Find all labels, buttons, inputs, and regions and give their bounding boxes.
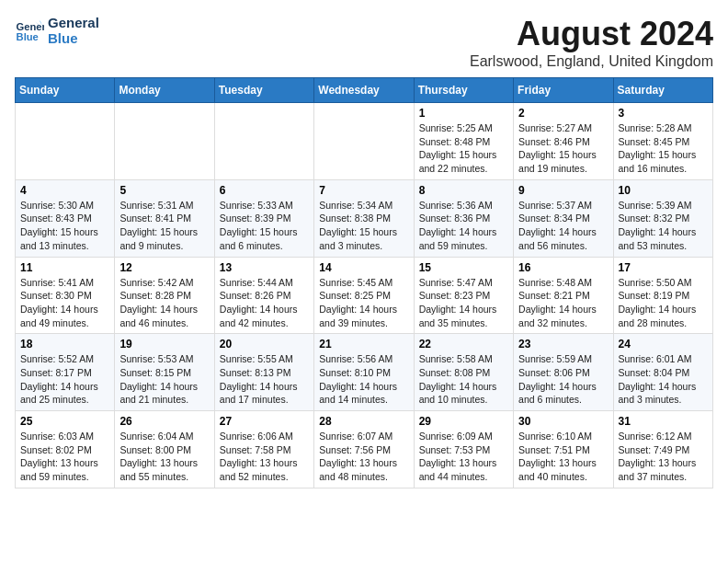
col-monday: Monday — [115, 78, 214, 103]
calendar-cell: 24Sunrise: 6:01 AM Sunset: 8:04 PM Dayli… — [613, 334, 712, 411]
calendar-cell: 19Sunrise: 5:53 AM Sunset: 8:15 PM Dayli… — [115, 334, 214, 411]
calendar-cell: 1Sunrise: 5:25 AM Sunset: 8:48 PM Daylig… — [414, 103, 513, 180]
day-number: 3 — [619, 107, 708, 120]
col-tuesday: Tuesday — [214, 78, 313, 103]
calendar-cell: 10Sunrise: 5:39 AM Sunset: 8:32 PM Dayli… — [613, 179, 712, 257]
calendar-cell: 2Sunrise: 5:27 AM Sunset: 8:46 PM Daylig… — [514, 103, 613, 180]
day-number: 22 — [419, 338, 508, 350]
calendar-week-2: 4Sunrise: 5:30 AM Sunset: 8:43 PM Daylig… — [16, 179, 713, 257]
day-info: Sunrise: 6:03 AM Sunset: 8:02 PM Dayligh… — [20, 430, 109, 484]
col-friday: Friday — [514, 78, 613, 103]
calendar-cell: 4Sunrise: 5:30 AM Sunset: 8:43 PM Daylig… — [16, 179, 115, 257]
day-number: 19 — [119, 338, 209, 350]
calendar-cell: 13Sunrise: 5:44 AM Sunset: 8:26 PM Dayli… — [214, 257, 313, 334]
day-info: Sunrise: 5:41 AM Sunset: 8:30 PM Dayligh… — [20, 276, 109, 330]
day-info: Sunrise: 5:42 AM Sunset: 8:28 PM Dayligh… — [119, 276, 209, 330]
day-number: 12 — [119, 261, 209, 274]
day-number: 14 — [319, 261, 408, 274]
calendar-cell: 3Sunrise: 5:28 AM Sunset: 8:45 PM Daylig… — [613, 103, 712, 180]
col-wednesday: Wednesday — [314, 78, 414, 103]
day-number: 2 — [518, 107, 608, 120]
calendar-week-1: 1Sunrise: 5:25 AM Sunset: 8:48 PM Daylig… — [16, 103, 713, 180]
calendar-cell — [16, 103, 115, 180]
calendar-cell — [214, 103, 313, 180]
day-number: 5 — [119, 184, 209, 197]
day-number: 8 — [419, 184, 508, 197]
day-info: Sunrise: 5:33 AM Sunset: 8:39 PM Dayligh… — [220, 199, 309, 253]
day-number: 25 — [20, 415, 109, 428]
day-info: Sunrise: 6:07 AM Sunset: 7:56 PM Dayligh… — [319, 430, 408, 484]
main-title: August 2024 — [470, 15, 713, 53]
calendar-cell: 6Sunrise: 5:33 AM Sunset: 8:39 PM Daylig… — [214, 179, 313, 257]
calendar-cell: 26Sunrise: 6:04 AM Sunset: 8:00 PM Dayli… — [115, 411, 214, 488]
title-section: August 2024 Earlswood, England, United K… — [470, 15, 713, 70]
day-info: Sunrise: 6:09 AM Sunset: 7:53 PM Dayligh… — [419, 430, 508, 484]
calendar-cell: 12Sunrise: 5:42 AM Sunset: 8:28 PM Dayli… — [115, 257, 214, 334]
col-thursday: Thursday — [414, 78, 513, 103]
logo-icon: General Blue — [15, 16, 44, 45]
calendar-cell: 22Sunrise: 5:58 AM Sunset: 8:08 PM Dayli… — [414, 334, 513, 411]
day-info: Sunrise: 5:45 AM Sunset: 8:25 PM Dayligh… — [319, 276, 408, 330]
day-number: 4 — [20, 184, 109, 197]
day-number: 16 — [518, 261, 608, 274]
day-info: Sunrise: 5:30 AM Sunset: 8:43 PM Dayligh… — [20, 199, 109, 253]
calendar-cell: 30Sunrise: 6:10 AM Sunset: 7:51 PM Dayli… — [514, 411, 613, 488]
day-number: 27 — [220, 415, 309, 428]
calendar-cell: 25Sunrise: 6:03 AM Sunset: 8:02 PM Dayli… — [16, 411, 115, 488]
calendar-cell — [314, 103, 414, 180]
day-number: 30 — [518, 415, 608, 428]
day-info: Sunrise: 5:37 AM Sunset: 8:34 PM Dayligh… — [518, 199, 608, 253]
day-number: 29 — [419, 415, 508, 428]
day-info: Sunrise: 5:56 AM Sunset: 8:10 PM Dayligh… — [319, 352, 408, 407]
day-number: 26 — [119, 415, 209, 428]
day-info: Sunrise: 5:53 AM Sunset: 8:15 PM Dayligh… — [119, 352, 209, 407]
day-info: Sunrise: 5:28 AM Sunset: 8:45 PM Dayligh… — [619, 121, 708, 176]
logo: General Blue General Blue — [15, 15, 99, 46]
day-info: Sunrise: 5:27 AM Sunset: 8:46 PM Dayligh… — [518, 121, 608, 176]
day-info: Sunrise: 5:31 AM Sunset: 8:41 PM Dayligh… — [119, 199, 209, 253]
day-number: 9 — [518, 184, 608, 197]
day-number: 23 — [518, 338, 608, 350]
day-info: Sunrise: 5:39 AM Sunset: 8:32 PM Dayligh… — [619, 199, 708, 253]
calendar-cell: 21Sunrise: 5:56 AM Sunset: 8:10 PM Dayli… — [314, 334, 414, 411]
calendar-header-row: Sunday Monday Tuesday Wednesday Thursday… — [16, 78, 713, 103]
calendar-cell: 16Sunrise: 5:48 AM Sunset: 8:21 PM Dayli… — [514, 257, 613, 334]
calendar-week-4: 18Sunrise: 5:52 AM Sunset: 8:17 PM Dayli… — [16, 334, 713, 411]
calendar-cell: 31Sunrise: 6:12 AM Sunset: 7:49 PM Dayli… — [613, 411, 712, 488]
calendar-cell: 11Sunrise: 5:41 AM Sunset: 8:30 PM Dayli… — [16, 257, 115, 334]
day-info: Sunrise: 5:34 AM Sunset: 8:38 PM Dayligh… — [319, 199, 408, 253]
day-number: 6 — [220, 184, 309, 197]
day-number: 13 — [220, 261, 309, 274]
calendar-cell: 29Sunrise: 6:09 AM Sunset: 7:53 PM Dayli… — [414, 411, 513, 488]
day-number: 28 — [319, 415, 408, 428]
day-info: Sunrise: 5:50 AM Sunset: 8:19 PM Dayligh… — [619, 276, 708, 330]
day-number: 18 — [20, 338, 109, 350]
day-info: Sunrise: 6:01 AM Sunset: 8:04 PM Dayligh… — [619, 352, 708, 407]
logo-line2: Blue — [48, 30, 99, 46]
day-info: Sunrise: 6:10 AM Sunset: 7:51 PM Dayligh… — [518, 430, 608, 484]
col-saturday: Saturday — [613, 78, 712, 103]
calendar-cell: 5Sunrise: 5:31 AM Sunset: 8:41 PM Daylig… — [115, 179, 214, 257]
day-info: Sunrise: 5:47 AM Sunset: 8:23 PM Dayligh… — [419, 276, 508, 330]
svg-text:Blue: Blue — [17, 31, 39, 42]
day-info: Sunrise: 6:04 AM Sunset: 8:00 PM Dayligh… — [119, 430, 209, 484]
day-number: 11 — [20, 261, 109, 274]
day-info: Sunrise: 5:36 AM Sunset: 8:36 PM Dayligh… — [419, 199, 508, 253]
day-number: 15 — [419, 261, 508, 274]
day-number: 20 — [220, 338, 309, 350]
calendar-cell: 28Sunrise: 6:07 AM Sunset: 7:56 PM Dayli… — [314, 411, 414, 488]
calendar-cell: 7Sunrise: 5:34 AM Sunset: 8:38 PM Daylig… — [314, 179, 414, 257]
calendar-week-3: 11Sunrise: 5:41 AM Sunset: 8:30 PM Dayli… — [16, 257, 713, 334]
calendar-cell: 8Sunrise: 5:36 AM Sunset: 8:36 PM Daylig… — [414, 179, 513, 257]
day-info: Sunrise: 5:52 AM Sunset: 8:17 PM Dayligh… — [20, 352, 109, 407]
svg-text:General: General — [17, 21, 44, 32]
calendar-cell: 14Sunrise: 5:45 AM Sunset: 8:25 PM Dayli… — [314, 257, 414, 334]
calendar-cell: 15Sunrise: 5:47 AM Sunset: 8:23 PM Dayli… — [414, 257, 513, 334]
calendar-cell: 20Sunrise: 5:55 AM Sunset: 8:13 PM Dayli… — [214, 334, 313, 411]
calendar-week-5: 25Sunrise: 6:03 AM Sunset: 8:02 PM Dayli… — [16, 411, 713, 488]
day-number: 17 — [619, 261, 708, 274]
day-info: Sunrise: 6:12 AM Sunset: 7:49 PM Dayligh… — [619, 430, 708, 484]
calendar-body: 1Sunrise: 5:25 AM Sunset: 8:48 PM Daylig… — [16, 103, 713, 488]
col-sunday: Sunday — [16, 78, 115, 103]
day-info: Sunrise: 5:55 AM Sunset: 8:13 PM Dayligh… — [220, 352, 309, 407]
